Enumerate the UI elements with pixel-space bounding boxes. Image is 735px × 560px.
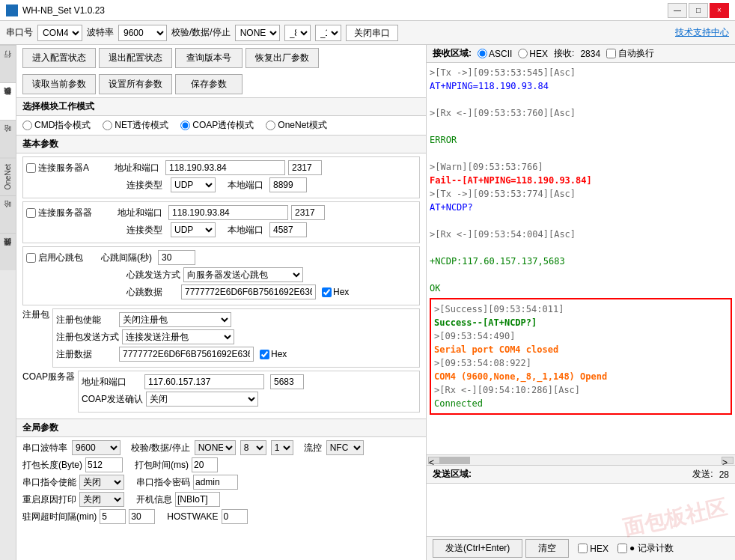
mode-cmd-radio[interactable] (22, 121, 32, 130)
heartbeat-send-select[interactable]: 向服务器发送心跳包 (183, 267, 303, 282)
hostwake-input[interactable] (222, 509, 248, 524)
boot-info-input[interactable] (175, 492, 220, 507)
auto-exec-label[interactable]: 自动换行 (606, 47, 654, 60)
query-version-button[interactable]: 查询版本号 (175, 48, 243, 68)
hex-radio[interactable] (518, 49, 528, 58)
check-select[interactable]: NONE (235, 25, 280, 41)
sidebar-tab-params[interactable]: 模块参数 (0, 82, 16, 120)
term-line-2: AT+NPING=118.190.93.84 (430, 79, 732, 93)
basic-params-header: 基本参数 (16, 135, 426, 153)
term-line-5 (430, 120, 732, 133)
log-check-label[interactable]: ● 记录计数 (617, 542, 674, 555)
mode-net-radio[interactable] (103, 121, 112, 130)
heartbeat-hex-checkbox[interactable] (322, 287, 332, 297)
send-button[interactable]: 发送(Ctrl+Enter) (433, 539, 522, 558)
packet-length-input[interactable] (85, 457, 123, 472)
heartbeat-hex-label[interactable]: Hex (322, 287, 349, 297)
sidebar-tab-5[interactable]: 哈 (0, 195, 16, 233)
server-b-conn-select[interactable]: UDP (171, 222, 216, 237)
server-b-local-port[interactable] (269, 222, 307, 237)
heartbeat-checkbox-label[interactable]: 启用心跳包 (26, 252, 83, 264)
mode-net[interactable]: NET透传模式 (103, 119, 168, 132)
global-stop-select[interactable]: 1 (271, 440, 293, 455)
coap-port-input[interactable] (270, 374, 304, 389)
minimize-button[interactable]: — (668, 3, 687, 18)
mode-onenet[interactable]: OneNet模式 (266, 119, 326, 132)
server-a-conn-select[interactable]: UDP (171, 177, 216, 192)
sidebar-tab-firmware[interactable]: 固件升级 (0, 233, 16, 270)
log-check-checkbox[interactable] (617, 544, 627, 553)
cmd-password-input[interactable] (193, 475, 238, 490)
server-b-checkbox[interactable] (26, 208, 36, 218)
send-textarea[interactable] (430, 487, 732, 533)
packet-time-input[interactable] (192, 457, 218, 472)
global-baud-select[interactable]: 9600 (72, 440, 121, 455)
server-a-addr-input[interactable] (165, 160, 285, 175)
stop-select[interactable]: _1 (315, 25, 341, 41)
title-bar-controls[interactable]: — □ × (668, 3, 729, 18)
maximize-button[interactable]: □ (689, 3, 708, 18)
coap-confirm-select[interactable]: 关闭 (146, 392, 258, 407)
scroll-right-btn[interactable]: > (722, 457, 734, 464)
mode-coap-radio[interactable] (180, 121, 190, 130)
exit-config-button[interactable]: 退出配置状态 (99, 48, 172, 68)
heartbeat-data-input[interactable] (181, 284, 316, 299)
sidebar-tab-3[interactable]: 哈 (0, 120, 16, 157)
flow-select[interactable]: NFC (326, 440, 364, 455)
ascii-radio-label[interactable]: ASCII (478, 49, 512, 59)
auto-exec-checkbox[interactable] (606, 49, 616, 58)
server-b-addr-input[interactable] (168, 205, 288, 220)
mode-cmd[interactable]: CMD指令模式 (22, 119, 91, 132)
baud-select[interactable]: 9600 (118, 25, 167, 41)
close-port-button[interactable]: 关闭串口 (346, 25, 398, 41)
global-data-select[interactable]: 8 (240, 440, 266, 455)
server-a-checkbox[interactable] (26, 163, 36, 173)
close-button[interactable]: × (710, 3, 729, 18)
auto-exec-text: 自动换行 (618, 47, 654, 60)
h-scroll-track[interactable] (440, 457, 722, 464)
dns-interval-2-input[interactable] (129, 509, 155, 524)
receive-area[interactable]: >[Tx ->][09:53:53:545][Asc] AT+NPING=118… (427, 63, 735, 454)
mode-coap[interactable]: COAP透传模式 (180, 119, 254, 132)
hex-send-label[interactable]: HEX (578, 544, 609, 554)
read-params-button[interactable]: 读取当前参数 (22, 74, 96, 94)
data-select[interactable]: _8 (284, 25, 311, 41)
cmd-enable-select[interactable]: 关闭 (79, 475, 124, 490)
tech-support-link[interactable]: 技术支持中心 (675, 26, 729, 39)
server-a-checkbox-label[interactable]: 连接服务器A (26, 162, 89, 174)
coap-addr-input[interactable] (144, 374, 264, 389)
server-b-checkbox-label[interactable]: 连接服务器器 (26, 207, 92, 219)
server-a-local-port[interactable] (269, 177, 307, 192)
sidebar-tab-1[interactable]: 行 (0, 45, 16, 82)
h-scrollbar[interactable]: < > (427, 454, 735, 465)
hex-radio-label[interactable]: HEX (518, 49, 548, 59)
reg-enable-select[interactable]: 关闭注册包 (119, 312, 231, 327)
term-line-ok: OK (430, 281, 732, 295)
save-params-button[interactable]: 保存参数 (175, 74, 243, 94)
hex-send-checkbox[interactable] (578, 544, 588, 553)
reg-hex-label[interactable]: Hex (260, 349, 287, 359)
ascii-radio[interactable] (478, 49, 487, 58)
reg-send-select[interactable]: 连接发送注册包 (122, 329, 234, 344)
scroll-left-btn[interactable]: < (428, 457, 440, 464)
dns-interval-input[interactable] (100, 509, 126, 524)
h-scroll-thumb[interactable] (440, 457, 470, 464)
restore-factory-button[interactable]: 恢复出厂参数 (245, 48, 319, 68)
heartbeat-checkbox[interactable] (26, 253, 36, 263)
term-line-tx2: >[Tx ->][09:53:53:774][Asc] (430, 187, 732, 201)
reg-data-input[interactable] (119, 347, 254, 362)
flow-label: 流控 (304, 442, 322, 454)
heartbeat-interval-input[interactable] (158, 250, 195, 265)
enter-config-button[interactable]: 进入配置状态 (22, 48, 96, 68)
port-select[interactable]: COM4 (37, 25, 82, 41)
set-all-params-button[interactable]: 设置所有参数 (99, 74, 172, 94)
sidebar-tab-onenet[interactable]: OneNet (0, 157, 16, 195)
reg-hex-checkbox[interactable] (260, 350, 269, 359)
cmd-enable-label: 串口指令使能 (22, 476, 76, 489)
global-check-select[interactable]: NONE (195, 440, 236, 455)
server-b-port-input[interactable] (291, 205, 325, 220)
server-a-port-input[interactable] (288, 160, 322, 175)
mode-onenet-radio[interactable] (266, 121, 275, 130)
clear-button[interactable]: 清空 (525, 539, 569, 558)
reboot-print-select[interactable]: 关闭 (79, 492, 124, 507)
